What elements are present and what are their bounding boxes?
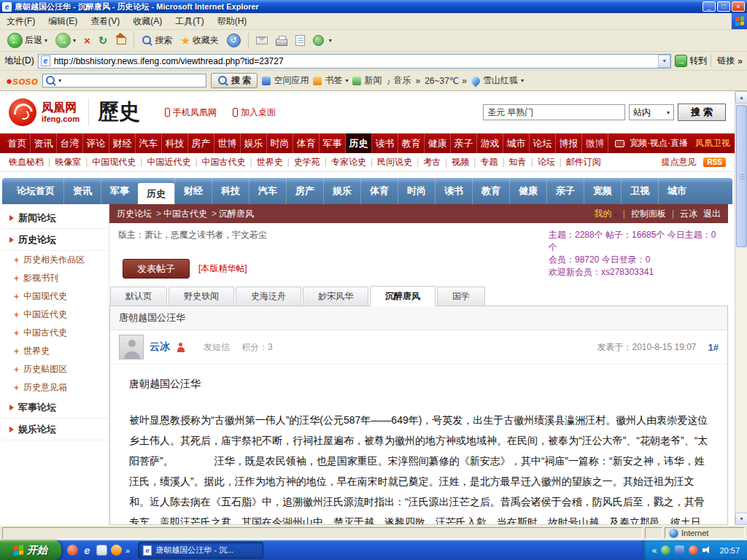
my-menu[interactable]: 我的 ▾ bbox=[594, 208, 616, 220]
search-button[interactable]: 搜索 bbox=[139, 33, 175, 48]
avatar[interactable] bbox=[119, 335, 144, 359]
control-panel-link[interactable]: 控制面板 bbox=[631, 208, 666, 220]
main-nav-item[interactable]: 娱乐 bbox=[241, 133, 267, 153]
edit-button[interactable] bbox=[293, 34, 308, 47]
sidebar-item[interactable]: 中国古代史 bbox=[2, 324, 109, 342]
site-search-scope-select[interactable]: 站内 ▾ bbox=[629, 104, 674, 120]
show-desktop-icon[interactable] bbox=[96, 545, 107, 556]
volume-icon[interactable] bbox=[703, 545, 712, 555]
forum-nav-tab[interactable]: 娱乐 bbox=[323, 178, 360, 204]
subforum-tab[interactable]: 沉醉唐风 bbox=[370, 286, 436, 306]
start-button[interactable]: 开始 bbox=[0, 540, 61, 560]
main-nav-item[interactable]: 论坛 bbox=[530, 133, 556, 153]
main-nav-item[interactable]: 城市 bbox=[503, 133, 530, 153]
forum-nav-tab[interactable]: 科技 bbox=[212, 178, 249, 204]
sub-nav-item[interactable]: 专题 bbox=[469, 156, 498, 168]
sidebar-item[interactable]: 中国近代史 bbox=[2, 306, 109, 324]
messenger-button[interactable] bbox=[310, 34, 327, 47]
subforum-tab[interactable]: 默认页 bbox=[110, 287, 167, 306]
main-nav-item[interactable]: 汽车 bbox=[136, 133, 162, 153]
maximize-button[interactable]: □ bbox=[717, 1, 730, 12]
qq-login-widget[interactable]: 雪山红狐 ▾ bbox=[471, 74, 524, 87]
header-link[interactable]: 手机凤凰网 bbox=[165, 106, 217, 119]
menu-item[interactable]: 收藏(A) bbox=[126, 14, 169, 28]
scrollbar-thumb[interactable] bbox=[736, 105, 747, 247]
address-field[interactable]: e ▾ bbox=[38, 54, 672, 69]
sub-nav-item[interactable]: 考古 bbox=[412, 156, 441, 168]
subforum-tab[interactable]: 野史轶闻 bbox=[169, 287, 234, 306]
new-post-button[interactable]: 发表帖子 bbox=[123, 259, 190, 279]
main-nav-right-link[interactable]: 宽频·视点·直播 bbox=[630, 137, 688, 149]
subforum-tab[interactable]: 史海泛舟 bbox=[236, 287, 301, 306]
forum-nav-tab[interactable]: 健康 bbox=[509, 178, 546, 204]
forum-nav-tab[interactable]: 卫视 bbox=[621, 178, 658, 204]
breadcrumb-item[interactable]: 历史论坛 bbox=[117, 208, 152, 220]
forum-nav-tab[interactable]: 亲子 bbox=[546, 178, 584, 204]
sidebar-item[interactable]: 世界史 bbox=[2, 342, 109, 360]
main-nav-item[interactable]: 微博 bbox=[582, 133, 608, 153]
header-link[interactable]: 加入桌面 bbox=[233, 106, 276, 119]
main-nav-item[interactable]: 资讯 bbox=[31, 133, 57, 153]
forum-nav-tab[interactable]: 体育 bbox=[360, 178, 398, 204]
sub-nav-item[interactable]: 视频 bbox=[441, 156, 469, 168]
sidebar-item[interactable]: 历史相关作品区 bbox=[2, 251, 109, 269]
soso-search-input[interactable]: ▾ bbox=[42, 74, 206, 88]
back-dropdown-icon[interactable]: ▾ bbox=[44, 37, 47, 44]
taskbar-task-button[interactable]: e 唐朝越国公汪华 - 沉... bbox=[138, 542, 263, 559]
minimize-button[interactable]: _ bbox=[703, 1, 716, 12]
browser-quicklaunch-icon[interactable] bbox=[67, 545, 78, 556]
bookmarks-dropdown-icon[interactable]: ▾ bbox=[345, 77, 348, 84]
forum-nav-tab[interactable]: 财经 bbox=[174, 178, 212, 204]
soso-apps-button[interactable]: 空间应用 bbox=[262, 74, 309, 87]
main-nav-item[interactable]: 历史 bbox=[346, 133, 372, 153]
forum-nav-tab[interactable]: 城市 bbox=[658, 178, 695, 204]
address-dropdown-icon[interactable]: ▾ bbox=[658, 55, 670, 68]
sidebar-item[interactable]: 中国现代史 bbox=[2, 287, 109, 306]
forum-nav-tab[interactable]: 军事 bbox=[101, 178, 138, 204]
soso-search-dropdown-icon[interactable]: ▾ bbox=[58, 77, 61, 84]
site-search-button[interactable]: 搜 索 bbox=[678, 104, 726, 121]
main-nav-item[interactable]: 财经 bbox=[109, 133, 136, 153]
home-button[interactable] bbox=[112, 34, 129, 47]
menu-item[interactable]: 文件(F) bbox=[0, 14, 42, 28]
forward-button[interactable]: → ▾ bbox=[53, 31, 79, 50]
stop-button[interactable]: × bbox=[81, 33, 93, 48]
digest-link[interactable]: [本版精华帖] bbox=[198, 262, 247, 275]
sidebar-item[interactable]: 娱乐论坛 bbox=[2, 419, 109, 440]
forum-nav-tab[interactable]: 论坛首页 bbox=[8, 178, 63, 204]
address-input[interactable] bbox=[53, 55, 659, 67]
forum-nav-tab[interactable]: 宽频 bbox=[584, 178, 621, 204]
logged-in-user[interactable]: 云冰 bbox=[680, 208, 697, 220]
feedback-link[interactable]: 提点意见 bbox=[661, 156, 696, 168]
close-button[interactable]: × bbox=[732, 1, 745, 12]
soso-bookmarks-button[interactable]: 书签 ▾ bbox=[313, 74, 348, 87]
toolbar-overflow-icon[interactable]: ▾ bbox=[329, 37, 332, 44]
sub-nav-item[interactable]: 论坛 bbox=[527, 156, 555, 168]
main-nav-item[interactable]: 时尚 bbox=[267, 133, 293, 153]
main-nav-item[interactable]: 教育 bbox=[398, 133, 425, 153]
subforum-tab[interactable]: 妙宋风华 bbox=[303, 287, 368, 306]
breadcrumb-item[interactable]: 沉醉唐风 bbox=[207, 208, 254, 220]
main-nav-item[interactable]: 军事 bbox=[320, 133, 346, 153]
forum-nav-tab[interactable]: 资讯 bbox=[63, 178, 101, 204]
sub-nav-item[interactable]: 中国古代史 bbox=[190, 156, 245, 168]
forum-nav-tab[interactable]: 教育 bbox=[472, 178, 509, 204]
tray-icon-1[interactable] bbox=[661, 545, 670, 555]
history-button[interactable]: ↺ bbox=[224, 32, 244, 49]
sub-nav-item[interactable]: 史学苑 bbox=[283, 156, 320, 168]
forum-nav-tab[interactable]: 汽车 bbox=[249, 178, 286, 204]
floor-number-link[interactable]: 1# bbox=[708, 342, 719, 353]
vertical-scrollbar[interactable]: ▲ ▼ bbox=[735, 91, 747, 525]
sidebar-item[interactable]: 历史意见箱 bbox=[2, 378, 109, 397]
main-nav-item[interactable]: 博报 bbox=[556, 133, 582, 153]
sub-nav-item[interactable]: 中国近代史 bbox=[136, 156, 190, 168]
main-nav-item[interactable]: 首页 bbox=[4, 133, 31, 153]
sub-nav-item[interactable]: 映像室 bbox=[44, 156, 81, 168]
sub-nav-item[interactable]: 中国现代史 bbox=[81, 156, 136, 168]
ifeng-logo[interactable]: 凤凰网 ifeng.com bbox=[9, 98, 80, 126]
links-button[interactable]: 链接 » bbox=[711, 55, 743, 67]
mail-button[interactable] bbox=[253, 35, 271, 46]
go-button[interactable]: → 转到 bbox=[675, 55, 707, 67]
tray-chevron-icon[interactable]: « bbox=[652, 545, 657, 556]
main-nav-item[interactable]: 健康 bbox=[425, 133, 451, 153]
